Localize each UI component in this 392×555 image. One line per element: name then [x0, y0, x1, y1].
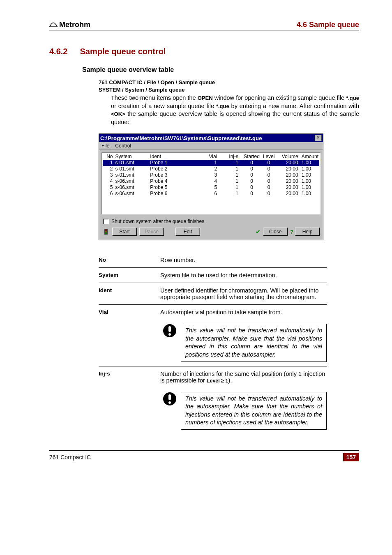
warning-icon: [163, 332, 177, 339]
brand: Metrohm: [49, 21, 90, 29]
def-row-vial: Vial Autosampler vial position to take s…: [99, 305, 327, 320]
menu-path-1: 761 COMPACT IC / File / Open / Sample qu…: [99, 79, 359, 85]
start-button[interactable]: Start: [112, 228, 137, 236]
window-menubar: File Control: [99, 142, 323, 150]
window-title: C:\Programme\Metrohm\SW761\Systems\Suppr…: [100, 135, 315, 141]
table-row[interactable]: 6s-06.smtProbe 6610020.001.00: [103, 191, 319, 197]
intro-paragraph: These two menu items open the OPEN windo…: [111, 94, 359, 126]
close-icon[interactable]: ✕: [315, 135, 322, 141]
def-row-ident: Ident User defined identifier for chroma…: [99, 283, 327, 305]
section-heading: 4.6.2 Sample queue control: [49, 47, 359, 56]
queue-table[interactable]: No System Ident Vial Inj-s Started Level…: [101, 152, 321, 214]
section-title: Sample queue control: [80, 47, 166, 56]
brand-text: Metrohm: [59, 21, 90, 29]
menu-path-2: SYSTEM / System / Sample queue: [99, 87, 359, 93]
table-row[interactable]: 4s-06.smtProbe 4410020.001.00: [103, 178, 319, 184]
window-titlebar: C:\Programme\Metrohm\SW761\Systems\Suppr…: [99, 134, 323, 142]
section-number: 4.6.2: [49, 47, 67, 56]
check-icon: ✔: [256, 228, 261, 235]
shutdown-checkbox[interactable]: [103, 219, 109, 224]
footer-page-number: 157: [343, 453, 359, 461]
page-footer: 761 Compact IC 157: [49, 450, 359, 461]
svg-rect-6: [168, 326, 171, 332]
svg-point-10: [168, 401, 171, 404]
help-button[interactable]: Help: [295, 228, 320, 236]
shutdown-checkbox-row: Shut down system after the queue finishe…: [101, 219, 321, 224]
def-row-no: No Row number.: [99, 253, 327, 268]
help-icon: ?: [290, 229, 293, 235]
sample-queue-window: C:\Programme\Metrohm\SW761\Systems\Suppr…: [99, 134, 323, 240]
menu-control[interactable]: Control: [115, 143, 131, 149]
svg-point-3: [105, 231, 107, 233]
pause-button[interactable]: Pause: [139, 228, 164, 236]
def-row-vial-note: This value will not be transferred autom…: [99, 320, 327, 366]
svg-point-7: [168, 333, 171, 336]
warning-icon: [163, 401, 177, 407]
def-row-injs-note: This value will not be transferred autom…: [99, 388, 327, 434]
menu-file[interactable]: File: [101, 143, 109, 149]
sub-heading: Sample queue overview table: [82, 66, 359, 74]
table-row[interactable]: 1s-01.smtProbe 1110020.001.00: [103, 160, 319, 166]
table-header: No System Ident Vial Inj-s Started Level…: [103, 154, 319, 160]
close-button[interactable]: Close: [263, 228, 288, 236]
traffic-light-icon: [103, 229, 109, 235]
brand-logo-icon: [49, 21, 58, 29]
edit-button[interactable]: Edit: [175, 228, 200, 236]
window-button-row: Start Pause Edit ✔ Close ? Help: [101, 228, 321, 237]
injs-note-box: This value will not be transferred autom…: [181, 392, 327, 430]
page-header: Metrohm 4.6 Sample queue: [49, 21, 359, 30]
footer-left: 761 Compact IC: [49, 454, 91, 461]
header-section-ref: 4.6 Sample queue: [297, 21, 359, 29]
def-row-injs: Inj-s Number of injections for the same …: [99, 366, 327, 388]
svg-rect-9: [168, 394, 171, 400]
vial-note-box: This value will not be transferred autom…: [181, 324, 327, 362]
svg-point-2: [105, 229, 107, 231]
def-row-system: System System file to be used for the de…: [99, 268, 327, 283]
table-row[interactable]: 2s-01.smtProbe 2210020.001.00: [103, 166, 319, 172]
svg-point-4: [105, 233, 107, 234]
table-row[interactable]: 5s-06.smtProbe 5510020.001.00: [103, 184, 319, 191]
definitions-table: No Row number. System System file to be …: [99, 253, 327, 434]
shutdown-checkbox-label: Shut down system after the queue finishe…: [111, 219, 204, 224]
table-row[interactable]: 3s-01.smtProbe 3310020.001.00: [103, 172, 319, 178]
